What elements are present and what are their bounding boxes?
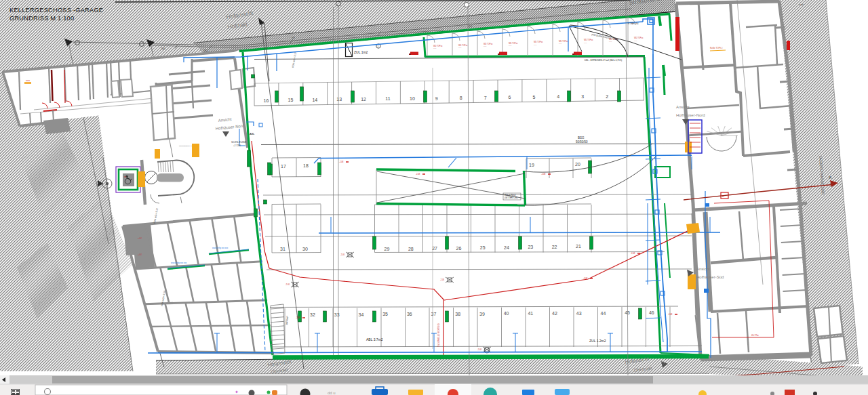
svg-text:ZUL 1m2: ZUL 1m2 bbox=[354, 50, 368, 54]
svg-text:39: 39 bbox=[479, 312, 485, 316]
svg-text:WD TOPxx: WD TOPxx bbox=[509, 42, 518, 45]
svg-text:24: 24 bbox=[504, 245, 509, 250]
svg-text:ABL 3.7m2: ABL 3.7m2 bbox=[366, 337, 383, 341]
svg-text:Kelle TOPt-I: Kelle TOPt-I bbox=[710, 47, 722, 49]
svg-text:20: 20 bbox=[575, 162, 580, 167]
svg-text:40: 40 bbox=[504, 311, 509, 316]
svg-text:35: 35 bbox=[382, 312, 388, 316]
svg-text:2962: 2962 bbox=[468, 24, 473, 28]
svg-text:-2.08: -2.08 bbox=[340, 253, 344, 256]
svg-text:50/50/50: 50/50/50 bbox=[576, 140, 588, 144]
svg-text:x xxx: x xxx bbox=[799, 3, 804, 6]
svg-text:22: 22 bbox=[552, 245, 557, 249]
svg-text:xx: xx bbox=[124, 175, 127, 178]
svg-text:-2.08: -2.08 bbox=[631, 252, 635, 255]
svg-text:38: 38 bbox=[455, 312, 460, 316]
svg-text:+##: +## bbox=[138, 237, 142, 240]
svg-text:A: A bbox=[829, 175, 831, 180]
svg-text:WD TOPxx: WD TOPxx bbox=[458, 44, 468, 47]
svg-text:21: 21 bbox=[576, 244, 581, 249]
svg-text:N TRAFO N4: N TRAFO N4 bbox=[628, 22, 639, 25]
svg-text:-2.08: -2.08 bbox=[285, 283, 290, 286]
svg-text:43: 43 bbox=[576, 311, 582, 316]
svg-text:42: 42 bbox=[552, 311, 557, 316]
svg-text:33: 33 bbox=[334, 312, 340, 317]
svg-text:Hofhäuser-Süd: Hofhäuser-Süd bbox=[696, 275, 724, 279]
svg-text:DBL - DIFFBODEN 4 T-auf (364 x: DBL - DIFFBODEN 4 T-auf (364 x 0,75%) bbox=[585, 59, 622, 62]
svg-text:6: 6 bbox=[509, 95, 511, 100]
svg-text:20.77m: 20.77m bbox=[751, 334, 759, 337]
svg-text:KELLERGESCHOSS -GARAGE: KELLERGESCHOSS -GARAGE bbox=[9, 7, 103, 14]
svg-text:ABL: ABL bbox=[250, 132, 255, 136]
svg-text:23: 23 bbox=[528, 245, 533, 249]
svg-text:-2.08: -2.08 bbox=[583, 277, 588, 280]
svg-text:34: 34 bbox=[359, 312, 364, 317]
svg-text:18: 18 bbox=[303, 163, 309, 168]
svg-text:13: 13 bbox=[336, 97, 342, 102]
svg-text:32: 32 bbox=[310, 312, 315, 317]
svg-text:1% GEFAELLE RICHTUNG: 1% GEFAELLE RICHTUNG bbox=[437, 323, 440, 347]
svg-text:-2.08: -2.08 bbox=[339, 161, 344, 163]
svg-text:-2.08: -2.08 bbox=[668, 313, 673, 316]
svg-text:26: 26 bbox=[456, 246, 462, 251]
svg-text:wasserltg xxx xxx: wasserltg xxx xxx bbox=[171, 262, 187, 264]
svg-text:1: 1 bbox=[378, 45, 379, 48]
svg-text:30: 30 bbox=[302, 247, 308, 251]
svg-text:wasserltg xxx xxx: wasserltg xxx xxx bbox=[212, 247, 229, 249]
svg-text:2: 2 bbox=[606, 94, 608, 99]
svg-text:5: 5 bbox=[532, 95, 535, 100]
svg-text:15: 15 bbox=[288, 98, 294, 102]
svg-text:dd u: dd u bbox=[328, 391, 336, 395]
svg-text:46: 46 bbox=[649, 310, 654, 315]
svg-text:12: 12 bbox=[361, 97, 366, 102]
svg-text:28: 28 bbox=[408, 247, 414, 251]
svg-text:WD TOPxx: WD TOPxx bbox=[584, 39, 593, 41]
svg-text:36: 36 bbox=[407, 312, 412, 316]
svg-text:27: 27 bbox=[432, 246, 437, 251]
svg-text:-2.08: -2.08 bbox=[541, 173, 546, 175]
svg-text:37: 37 bbox=[431, 312, 437, 316]
svg-text:WD TOPxx: WD TOPxx bbox=[484, 43, 493, 45]
svg-text:xxxx: xxxx bbox=[26, 79, 31, 82]
svg-text:-2.08: -2.08 bbox=[296, 316, 300, 319]
svg-text:Ansicht: Ansicht bbox=[676, 105, 690, 109]
svg-text:+##: +## bbox=[138, 253, 142, 256]
svg-text:WD TOPxx: WD TOPxx bbox=[433, 45, 443, 47]
svg-text:44: 44 bbox=[601, 311, 606, 316]
svg-text:-2.08: -2.08 bbox=[416, 173, 420, 175]
svg-text:Ansicht: Ansicht bbox=[696, 267, 710, 271]
svg-text:+2.72B0: +2.72B0 bbox=[233, 144, 241, 147]
svg-text:31: 31 bbox=[280, 247, 285, 251]
svg-text:8: 8 bbox=[460, 96, 462, 100]
svg-text:Hofhäuser-Nord: Hofhäuser-Nord bbox=[676, 113, 705, 117]
svg-text:10: 10 bbox=[410, 96, 415, 101]
svg-text:399: 399 bbox=[292, 36, 296, 39]
svg-text:4: 4 bbox=[557, 94, 559, 99]
svg-text:ZUL 1.2m2: ZUL 1.2m2 bbox=[589, 339, 606, 343]
svg-text:19: 19 bbox=[529, 163, 534, 167]
svg-text:WD TOPxx: WD TOPxx bbox=[534, 41, 543, 43]
svg-text:25: 25 bbox=[480, 245, 486, 250]
svg-text:-2.08: -2.08 bbox=[477, 348, 481, 351]
svg-text:41: 41 bbox=[528, 311, 533, 316]
svg-text:2464: 2464 bbox=[161, 47, 165, 50]
svg-text:29: 29 bbox=[384, 247, 390, 251]
svg-text:GRUNDRISS M 1:100: GRUNDRISS M 1:100 bbox=[9, 15, 74, 22]
svg-text:11: 11 bbox=[385, 96, 390, 101]
svg-text:7: 7 bbox=[484, 96, 487, 100]
svg-text:14: 14 bbox=[312, 98, 317, 102]
svg-text:17: 17 bbox=[281, 164, 286, 169]
svg-text:3: 3 bbox=[581, 94, 584, 99]
svg-text:WD TOPxx: WD TOPxx bbox=[634, 37, 644, 39]
svg-text:D: D bbox=[722, 194, 724, 198]
svg-text:BSG: BSG bbox=[578, 136, 585, 140]
svg-text:SCHLEUSE: SCHLEUSE bbox=[231, 140, 247, 144]
svg-text:✦: ✦ bbox=[235, 390, 239, 394]
svg-text:-2.08: -2.08 bbox=[440, 278, 444, 281]
svg-text:(GITTERTOR): (GITTERTOR) bbox=[505, 196, 517, 199]
svg-text:16: 16 bbox=[264, 98, 269, 103]
svg-text:260.2: 260.2 bbox=[203, 49, 209, 52]
svg-text:WD TOPxx: WD TOPxx bbox=[559, 40, 568, 43]
svg-text:9: 9 bbox=[435, 96, 438, 101]
